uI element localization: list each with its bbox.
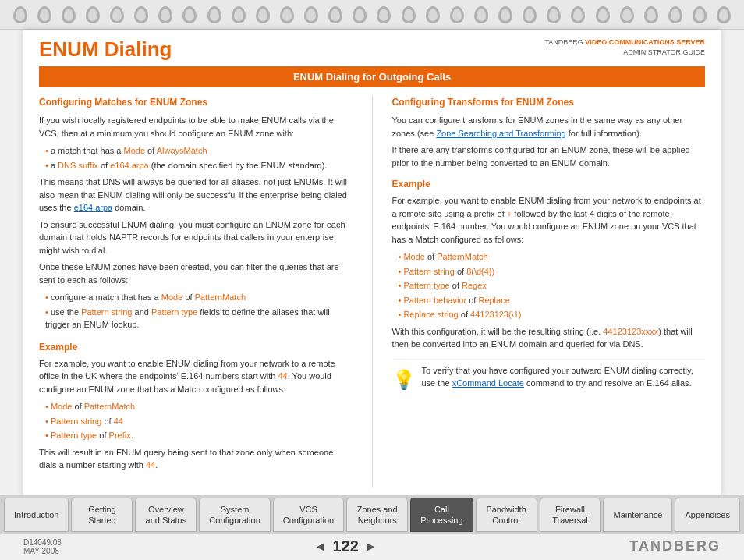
page-number: 122 [332,537,358,555]
tab-introduction[interactable]: Introduction [4,498,69,532]
ring [668,6,682,23]
bullet-item: Pattern string of 44 [45,414,353,429]
right-result: With this configuration, it will be the … [392,325,706,351]
bullet-item: configure a match that has a Mode of Pat… [45,290,353,305]
ring [304,6,318,23]
bullet-item: Mode of PatternMatch [45,399,353,414]
tab-bandwidth-control[interactable]: Bandwidth Control [476,498,537,532]
left-heading: Configuring Matches for ENUM Zones [39,95,353,109]
tab-system-config[interactable]: System Configuration [199,498,270,532]
right-bullets: Mode of PatternMatch Pattern string of 8… [392,250,706,322]
tab-firewall-traversal[interactable]: Firewall Traversal [540,498,601,532]
left-para1: This means that DNS will always be queri… [39,175,353,214]
tab-zones-neighbors[interactable]: Zones and Neighbors [346,498,408,532]
ring [402,6,416,23]
doc-info: D14049.03 MAY 2008 [23,538,62,555]
nav-tabs: Introduction Getting Started Overview an… [0,495,744,534]
ring [207,6,221,23]
left-bullets-2: configure a match that has a Mode of Pat… [39,290,353,332]
doc-date: MAY 2008 [23,547,62,555]
ring [596,6,610,23]
column-divider [372,95,373,487]
ring [328,6,342,23]
ring [110,6,124,23]
next-arrow[interactable]: ► [365,540,377,554]
bullet-item: Pattern type of Regex [399,278,706,293]
ring [474,6,488,23]
ring [620,6,634,23]
tab-overview-status[interactable]: Overview and Status [135,498,197,532]
left-example-text: For example, you want to enable ENUM dia… [39,357,353,396]
doc-footer: D14049.03 MAY 2008 ◄ 122 ► TANDBERG [0,534,744,560]
ring [547,6,561,23]
ring [232,6,246,23]
doc-header: ENUM Dialing TANDBERG VIDEO COMMUNICATIO… [23,30,721,66]
ring [182,6,197,23]
tab-call-processing[interactable]: Call Processing [410,498,473,532]
ring [280,6,294,23]
ring [37,6,51,23]
ring [644,6,658,23]
ring [523,6,537,23]
right-example-text: For example, you want to enable ENUM dia… [392,194,706,246]
tip-text: To verify that you have configured your … [422,364,706,390]
left-bullets-1: a match that has a Mode of AlwaysMatch a… [39,144,353,172]
doc-subtitle: TANDBERG VIDEO COMMUNICATIONS SERVER ADM… [544,37,705,57]
subtitle-company: TANDBERG VIDEO COMMUNICATIONS SERVER [544,38,705,46]
binder-rings [0,0,744,30]
ring [134,6,148,23]
bullet-item: Mode of PatternMatch [399,250,706,264]
bullet-item: a DNS suffix of e164.arpa (the domain sp… [45,158,353,173]
ring [13,6,27,23]
left-para2: To ensure successful ENUM dialing, you m… [39,218,353,257]
left-intro: If you wish locally registered endpoints… [39,114,353,140]
subtitle-guide: ADMINISTRATOR GUIDE [623,48,705,56]
right-para1: If there are any transforms configured f… [392,144,706,169]
left-bullets-3: Mode of PatternMatch Pattern string of 4… [39,399,353,443]
left-column: Configuring Matches for ENUM Zones If yo… [39,95,353,487]
ring [426,6,440,23]
ring [717,6,731,23]
bullet-item: a match that has a Mode of AlwaysMatch [45,144,353,158]
main-content: ENUM Dialing TANDBERG VIDEO COMMUNICATIO… [23,30,721,495]
ring [353,6,367,23]
right-intro: You can configure transforms for ENUM zo… [392,114,706,140]
prev-arrow[interactable]: ◄ [314,540,327,554]
right-heading: Configuring Transforms for ENUM Zones [392,95,706,109]
bullet-item: Replace string of 44123123(\1) [399,307,706,322]
bullet-item: Pattern type of Prefix. [45,428,353,443]
tandberg-logo: TANDBERG [629,538,721,555]
ring [693,6,707,23]
page-navigation: ◄ 122 ► [314,537,377,555]
ring [256,6,270,23]
left-para3: Once these ENUM zones have been created,… [39,261,353,286]
left-outro: This will result in an ENUM query being … [39,446,353,472]
section-banner: ENUM Dialing for Outgoing Calls [39,66,705,87]
ring [498,6,512,23]
tab-vcs-config[interactable]: VCS Configuration [273,498,344,532]
tip-box: 💡 To verify that you have configured you… [392,359,706,394]
tab-getting-started[interactable]: Getting Started [71,498,133,532]
tab-maintenance[interactable]: Maintenance [603,498,672,532]
bullet-item: Pattern behavior of Replace [399,293,706,308]
right-column: Configuring Transforms for ENUM Zones Yo… [392,95,706,487]
ring [62,6,76,23]
ring [377,6,391,23]
page-title: ENUM Dialing [39,37,172,62]
left-example-heading: Example [39,340,353,354]
ring [86,6,100,23]
content-area: Configuring Matches for ENUM Zones If yo… [23,87,721,495]
tab-appendices[interactable]: Appendices [675,498,740,532]
ring [571,6,585,23]
tip-icon: 💡 [392,366,416,394]
ring [450,6,464,23]
right-example-heading: Example [392,177,706,191]
ring [158,6,172,23]
doc-number: D14049.03 [23,538,62,547]
bullet-item: use the Pattern string and Pattern type … [45,305,353,332]
bullet-item: Pattern string of 8(\d{4}) [399,264,706,279]
